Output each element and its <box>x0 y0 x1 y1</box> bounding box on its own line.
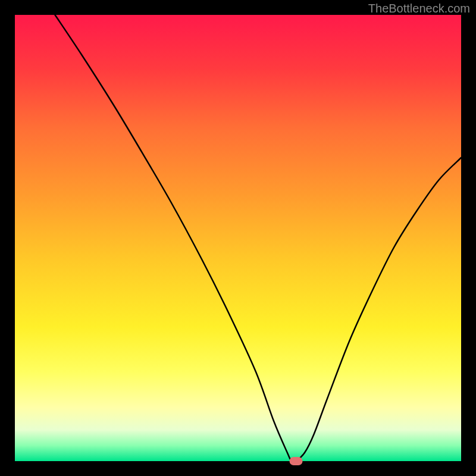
watermark-text: TheBottleneck.com <box>368 2 470 15</box>
chart-container: TheBottleneck.com <box>0 0 476 476</box>
bottleneck-chart <box>0 0 476 476</box>
svg-rect-1 <box>15 15 461 461</box>
svg-rect-2 <box>290 457 303 465</box>
